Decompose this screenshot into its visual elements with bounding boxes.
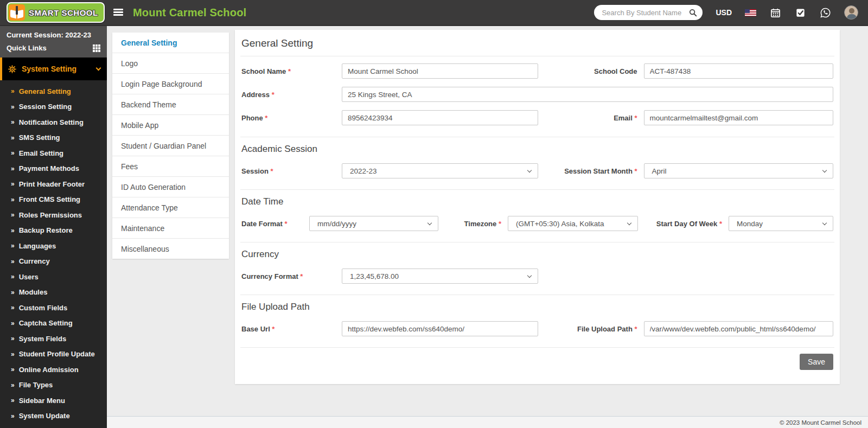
settings-tab[interactable]: Student / Guardian Panel: [112, 136, 229, 156]
sidebar-submenu-item[interactable]: »System Fields: [0, 331, 107, 347]
general-setting-panel: General Setting School Name School Code: [235, 30, 840, 384]
whatsapp-icon[interactable]: [819, 7, 831, 18]
school-code-label: School Code: [538, 67, 644, 75]
sidebar-submenu-item[interactable]: »Email Setting: [0, 145, 107, 161]
session-start-month-label: Session Start Month: [538, 167, 644, 175]
sidebar-submenu-item[interactable]: »Roles Permissions: [0, 207, 107, 223]
book-logo-icon: [9, 4, 25, 21]
sidebar-submenu-item[interactable]: »Notification Setting: [0, 114, 107, 130]
double-chevron-icon: »: [11, 320, 15, 327]
settings-tab[interactable]: General Setting: [112, 33, 229, 53]
base-url-input[interactable]: [342, 321, 538, 336]
quick-links-label: Quick Links: [7, 44, 47, 52]
calendar-icon[interactable]: [769, 7, 781, 18]
school-code-input[interactable]: [644, 63, 834, 79]
address-input[interactable]: [342, 87, 833, 102]
sidebar-submenu-item[interactable]: »Currency: [0, 254, 107, 270]
caret-down-icon: [527, 273, 532, 277]
double-chevron-icon: »: [11, 242, 15, 250]
double-chevron-icon: »: [11, 335, 15, 342]
tasks-icon[interactable]: [794, 7, 806, 18]
sidebar-submenu-item[interactable]: »SMS Setting: [0, 130, 107, 146]
sidebar-item-system-setting[interactable]: System Setting: [0, 58, 107, 80]
sidebar-submenu-item[interactable]: »Languages: [0, 238, 107, 254]
sidebar-submenu-item[interactable]: »Modules: [0, 285, 107, 301]
us-flag-icon[interactable]: [745, 9, 756, 16]
menu-header-label: System Setting: [22, 65, 76, 73]
gear-icon: [8, 65, 17, 74]
session-select[interactable]: 2022-23: [342, 163, 538, 178]
double-chevron-icon: »: [11, 258, 15, 265]
sidebar-submenu-item[interactable]: »Front CMS Setting: [0, 192, 107, 208]
email-input[interactable]: [644, 110, 834, 125]
phone-input[interactable]: [342, 110, 538, 125]
timezone-label: Timezone: [437, 220, 508, 228]
double-chevron-icon: »: [11, 196, 15, 203]
search-icon[interactable]: [689, 9, 697, 17]
double-chevron-icon: »: [11, 103, 15, 111]
quick-links[interactable]: Quick Links: [7, 44, 100, 52]
file-upload-section: File Upload Path Base Url File Upload Pa…: [240, 295, 834, 347]
settings-tab[interactable]: Fees: [112, 156, 229, 177]
main-sidebar: Current Session: 2022-23 Quick Links Sys…: [0, 26, 107, 428]
hamburger-menu-icon[interactable]: [113, 9, 124, 16]
sidebar-submenu-item[interactable]: »General Setting: [0, 84, 107, 99]
student-search[interactable]: [594, 5, 703, 20]
save-button[interactable]: Save: [800, 354, 833, 370]
double-chevron-icon: »: [11, 350, 15, 358]
save-row: Save: [240, 347, 834, 384]
date-format-select[interactable]: mm/dd/yyyy: [309, 216, 438, 231]
caret-down-icon: [527, 168, 532, 172]
sidebar-submenu-item[interactable]: »System Update: [0, 408, 107, 424]
system-setting-submenu: »General Setting »Session Setting »Notif…: [0, 80, 107, 424]
sidebar-submenu-item[interactable]: »Print Header Footer: [0, 176, 107, 192]
currency-selector[interactable]: USD: [716, 8, 732, 17]
caret-down-icon: [427, 220, 432, 225]
school-info-section: School Name School Code Address: [240, 56, 834, 137]
date-time-heading: Date Time: [241, 196, 833, 207]
start-day-label: Start Day Of Week: [638, 220, 729, 228]
email-label: Email: [538, 114, 644, 122]
double-chevron-icon: »: [11, 149, 15, 157]
sidebar-submenu-item[interactable]: »Captcha Setting: [0, 316, 107, 331]
settings-tab[interactable]: Login Page Background: [112, 74, 229, 94]
double-chevron-icon: »: [11, 180, 15, 188]
app-logo[interactable]: SMART SCHOOL: [0, 0, 107, 25]
session-start-month-select[interactable]: April: [644, 163, 834, 178]
file-upload-path-input[interactable]: [644, 321, 834, 336]
settings-tab[interactable]: Maintenance: [112, 218, 229, 239]
settings-tab[interactable]: Attendance Type: [112, 197, 229, 218]
settings-tabs-card: General Setting Logo Login Page Backgrou…: [112, 33, 229, 259]
page-title: General Setting: [240, 30, 834, 56]
quick-links-grid-icon[interactable]: [93, 44, 95, 47]
sidebar-submenu-item[interactable]: »File Types: [0, 378, 107, 393]
settings-tabs: General Setting Logo Login Page Backgrou…: [112, 33, 229, 259]
sidebar-submenu-item[interactable]: »Payment Methods: [0, 161, 107, 177]
search-input[interactable]: [602, 9, 689, 17]
content-area: General Setting Logo Login Page Backgrou…: [107, 26, 868, 428]
sidebar-submenu-item[interactable]: »Users: [0, 269, 107, 285]
user-avatar[interactable]: [844, 5, 858, 20]
academic-session-section: Academic Session Session 2022-23 Session…: [240, 137, 834, 189]
settings-tab[interactable]: Mobile App: [112, 115, 229, 136]
date-format-label: Date Format: [241, 220, 309, 228]
start-day-select[interactable]: Monday: [729, 216, 833, 231]
sidebar-submenu-item[interactable]: »Sidebar Menu: [0, 393, 107, 408]
sidebar-submenu-item[interactable]: »Custom Fields: [0, 300, 107, 316]
sidebar-submenu-item[interactable]: »Backup Restore: [0, 223, 107, 239]
double-chevron-icon: »: [11, 87, 15, 95]
settings-tab[interactable]: Backend Theme: [112, 94, 229, 115]
settings-tab[interactable]: Logo: [112, 53, 229, 74]
school-name-input[interactable]: [342, 63, 538, 79]
settings-tab[interactable]: Miscellaneous: [112, 239, 229, 259]
sidebar-submenu-item[interactable]: »Session Setting: [0, 99, 107, 115]
date-time-section: Date Time Date Format mm/dd/yyyy Timezon…: [240, 189, 834, 242]
currency-format-select[interactable]: 1,23,45,678.00: [342, 269, 538, 284]
sidebar-submenu-item[interactable]: »Student Profile Update: [0, 347, 107, 362]
timezone-select[interactable]: (GMT+05:30) Asia, Kolkata: [508, 216, 638, 231]
double-chevron-icon: »: [11, 227, 15, 234]
double-chevron-icon: »: [11, 366, 15, 373]
sidebar-submenu-item[interactable]: »Online Admission: [0, 362, 107, 378]
session-label: Session: [241, 167, 342, 175]
settings-tab[interactable]: ID Auto Generation: [112, 177, 229, 197]
